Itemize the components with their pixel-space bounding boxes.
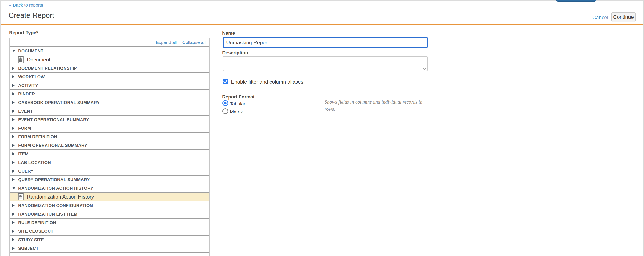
tree-header-row[interactable]: ITEM [10,150,210,158]
name-input[interactable] [223,37,428,48]
tree-header-row[interactable]: RANDOMIZATION CONFIGURATION [10,201,210,210]
tree-header-row[interactable]: FORM OPERATIONAL SUMMARY [10,141,210,150]
caret-right-icon[interactable] [12,161,14,164]
top-partial-tab [556,0,596,2]
tree-child-row[interactable]: Document [10,55,210,64]
caret-right-icon[interactable] [12,204,14,207]
collapse-all-link[interactable]: Collapse all [182,40,206,45]
caret-right-icon[interactable] [12,178,14,181]
report-type-tree-panel: Expand all Collapse all DOCUMENTDocument… [9,38,210,256]
tree-child-label: Document [27,57,50,63]
tree-header-label: FORM DEFINITION [18,135,57,139]
tree-header-label: QUERY [18,169,34,174]
tree-header-row[interactable]: RANDOMIZATION LIST ITEM [10,210,210,218]
tree-header-label: WORKFLOW [18,74,45,79]
tree-header-label: ITEM [18,152,29,157]
radio-matrix[interactable] [222,108,228,114]
tree-header-row[interactable]: FORM [10,124,210,133]
tree-header-row[interactable]: RANDOMIZATION ACTION HISTORY [10,184,210,193]
caret-right-icon[interactable] [12,92,14,95]
enable-aliases-checkbox[interactable] [223,79,228,84]
tree-header-label: EVENT [18,109,33,114]
tree-header-row[interactable]: QUERY [10,167,210,176]
radio-tabular[interactable] [222,100,228,106]
tree-header-label: LAB LOCATION [18,160,51,165]
caret-down-icon[interactable] [12,50,16,52]
page-top-edge [0,0,644,1]
tree-header-row[interactable]: LAB LOCATION [10,158,210,167]
checkmark-icon [223,79,228,84]
caret-right-icon[interactable] [12,110,14,112]
tree-header-label: BINDER [18,92,35,96]
tree-toolbar: Expand all Collapse all [10,38,210,47]
name-label: Name [222,30,235,36]
caret-right-icon[interactable] [12,118,14,121]
cancel-link[interactable]: Cancel [592,15,608,21]
expand-all-link[interactable]: Expand all [156,40,177,45]
tree-header-label: SUBJECT [18,246,38,251]
tree-header-label: RANDOMIZATION LIST ITEM [18,212,78,217]
tree-header-label: EVENT OPERATIONAL SUMMARY [18,117,89,122]
page-right-scroll-strip [643,0,644,256]
tree-header-row[interactable]: DOCUMENT [10,47,210,55]
caret-right-icon[interactable] [12,101,14,104]
tree-header-row[interactable]: EVENT [10,107,210,115]
tree-header-label: CASEBOOK OPERATIONAL SUMMARY [18,100,100,105]
report-document-icon [18,56,24,63]
caret-right-icon[interactable] [12,170,14,173]
radio-tabular-label[interactable]: Tabular [230,101,245,107]
caret-right-icon[interactable] [12,230,14,233]
tree-header-row[interactable]: QUERY OPERATIONAL SUMMARY [10,176,210,184]
tree-header-row[interactable]: EVENT OPERATIONAL SUMMARY [10,115,210,124]
continue-button[interactable]: Continue [611,12,636,22]
tree-header-label: DOCUMENT [18,49,43,54]
tree-header-label: STUDY SITE [18,237,44,242]
page-title: Create Report [8,11,54,20]
tree-child-label: Randomization Action History [27,194,94,200]
tree-rows: DOCUMENTDocumentDOCUMENT RELATIONSHIPWOR… [10,47,210,253]
caret-right-icon[interactable] [12,135,14,138]
report-type-label: Report Type* [9,30,38,36]
tree-header-label: DOCUMENT RELATIONSHIP [18,66,77,71]
header-divider-bar [1,24,643,26]
tree-header-row[interactable]: FORM DEFINITION [10,133,210,141]
tree-header-row[interactable]: SITE CLOSEOUT [10,227,210,236]
tree-header-row[interactable]: ACTIVITY [10,81,210,90]
tree-header-label: ACTIVITY [18,83,38,88]
caret-right-icon[interactable] [12,67,14,70]
tree-header-label: QUERY OPERATIONAL SUMMARY [18,177,90,182]
radio-matrix-label[interactable]: Matrix [230,109,243,115]
tree-header-label: RULE DEFINITION [18,220,56,225]
caret-right-icon[interactable] [12,238,14,241]
format-hint-text: Shows fields in columns and individual r… [324,98,430,112]
tree-header-row[interactable]: SUBJECT [10,244,210,253]
report-format-label: Report Format [222,94,255,100]
tree-child-row[interactable]: Randomization Action History [10,193,210,201]
page-left-edge [0,0,1,256]
caret-right-icon[interactable] [12,144,14,147]
caret-right-icon[interactable] [12,247,14,250]
tree-header-label: FORM [18,126,31,131]
tree-header-label: FORM OPERATIONAL SUMMARY [18,143,88,148]
caret-right-icon[interactable] [12,221,14,224]
report-document-icon [18,193,24,200]
tree-header-label: SITE CLOSEOUT [18,229,54,234]
tree-header-row[interactable]: CASEBOOK OPERATIONAL SUMMARY [10,98,210,107]
tree-header-row[interactable]: DOCUMENT RELATIONSHIP [10,64,210,73]
description-textarea[interactable] [223,56,428,71]
tree-header-row[interactable]: STUDY SITE [10,236,210,244]
caret-right-icon[interactable] [12,152,14,155]
tree-header-label: RANDOMIZATION CONFIGURATION [18,203,93,208]
enable-aliases-label: Enable filter and column aliases [231,79,304,85]
tree-header-row[interactable]: RULE DEFINITION [10,218,210,227]
tree-header-row[interactable]: WORKFLOW [10,73,210,81]
tree-header-row[interactable]: BINDER [10,90,210,98]
back-to-reports-link[interactable]: « Back to reports [9,3,43,8]
caret-right-icon[interactable] [12,75,14,78]
caret-right-icon[interactable] [12,84,14,87]
tree-header-label: RANDOMIZATION ACTION HISTORY [18,186,93,191]
caret-right-icon[interactable] [12,127,14,130]
caret-right-icon[interactable] [12,213,14,215]
description-label: Description [222,50,248,56]
caret-down-icon[interactable] [12,187,16,189]
